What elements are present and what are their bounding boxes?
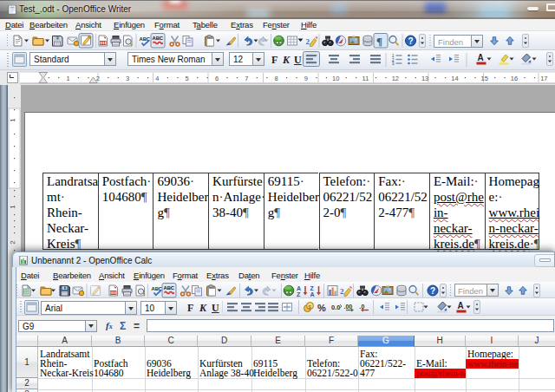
svg-text:2: 2 <box>9 240 16 245</box>
svg-text:1: 1 <box>9 118 16 122</box>
svg-text:1: 1 <box>9 205 16 209</box>
